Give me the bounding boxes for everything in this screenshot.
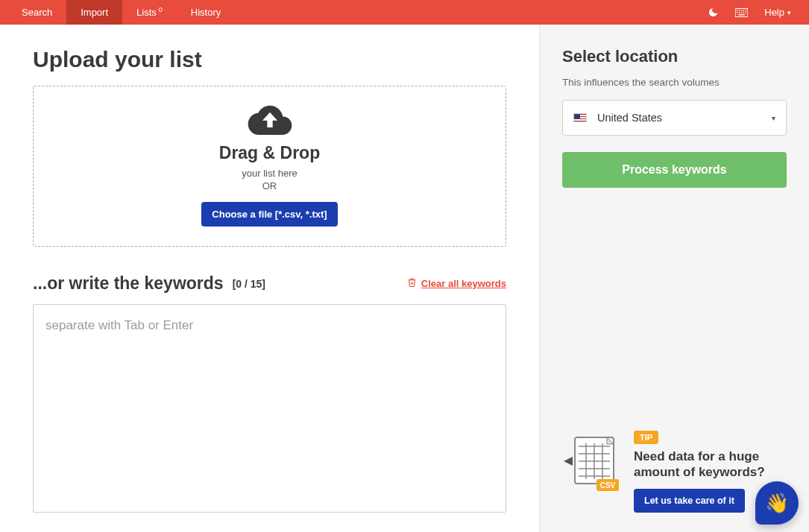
main-panel: Upload your list Drag & Drop your list h… xyxy=(0,25,539,532)
nav-search-label: Search xyxy=(22,7,52,18)
clear-all-link[interactable]: Clear all keywords xyxy=(407,277,506,291)
choose-file-label: Choose a file [*.csv, *.txt] xyxy=(212,209,327,220)
nav-search[interactable]: Search xyxy=(7,0,66,25)
process-keywords-label: Process keywords xyxy=(622,163,727,176)
nav-right: Help ▾ xyxy=(708,7,802,18)
upload-title: Upload your list xyxy=(33,47,506,72)
select-location-sub: This influences the search volumes xyxy=(562,77,787,88)
tip-block: CSV TIP Need data for a huge amount of k… xyxy=(562,430,787,518)
drag-drop-title: Drag & Drop xyxy=(41,143,498,163)
svg-rect-11 xyxy=(739,14,746,15)
caret-down-icon: ▾ xyxy=(772,114,775,122)
chat-bubble-button[interactable]: 👋 xyxy=(755,481,799,525)
top-nav: Search Import Lists0 History Help ▾ xyxy=(0,0,809,25)
svg-rect-4 xyxy=(743,10,744,10)
tip-cta-label: Let us take care of it xyxy=(644,495,734,506)
select-location-title: Select location xyxy=(562,47,787,66)
svg-rect-10 xyxy=(746,12,746,13)
svg-text:CSV: CSV xyxy=(600,481,616,490)
tip-title: Need data for a huge amount of keywords? xyxy=(634,449,787,481)
drag-drop-sub: your list here xyxy=(41,168,498,179)
nav-lists-label: Lists xyxy=(136,7,157,18)
svg-rect-2 xyxy=(739,10,740,10)
drag-drop-or: OR xyxy=(41,180,498,191)
svg-rect-7 xyxy=(739,12,740,13)
write-keywords-title: ...or write the keywords xyxy=(33,273,224,294)
nav-help[interactable]: Help ▾ xyxy=(764,7,791,18)
nav-import-label: Import xyxy=(81,7,108,18)
trash-icon xyxy=(407,277,417,291)
nav-lists-badge: 0 xyxy=(159,6,163,13)
moon-icon[interactable] xyxy=(708,7,719,18)
us-flag-icon xyxy=(573,113,587,122)
location-label: United States xyxy=(597,112,662,124)
svg-rect-6 xyxy=(737,12,737,13)
csv-sheet-icon: CSV xyxy=(562,430,623,513)
keywords-input[interactable]: separate with Tab or Enter xyxy=(33,304,506,513)
keywords-placeholder: separate with Tab or Enter xyxy=(45,318,193,332)
svg-marker-12 xyxy=(564,457,573,466)
keyword-count: [0 / 15] xyxy=(233,278,265,290)
wave-hand-icon: 👋 xyxy=(765,492,789,515)
write-header: ...or write the keywords [0 / 15] Clear … xyxy=(33,273,506,294)
svg-rect-1 xyxy=(737,10,737,10)
nav-history-label: History xyxy=(191,7,221,18)
nav-left: Search Import Lists0 History xyxy=(7,0,235,25)
cloud-upload-icon xyxy=(247,103,293,136)
nav-history[interactable]: History xyxy=(177,0,235,25)
svg-rect-8 xyxy=(741,12,742,13)
nav-lists[interactable]: Lists0 xyxy=(122,0,177,25)
tip-cta-button[interactable]: Let us take care of it xyxy=(634,489,745,513)
svg-rect-5 xyxy=(746,10,746,10)
location-select[interactable]: United States ▾ xyxy=(562,100,787,136)
clear-all-label: Clear all keywords xyxy=(421,278,506,289)
nav-import[interactable]: Import xyxy=(66,0,122,25)
svg-rect-3 xyxy=(741,10,742,10)
keyboard-icon[interactable] xyxy=(735,8,748,17)
tip-badge: TIP xyxy=(634,431,658,444)
sidebar: Select location This influences the sear… xyxy=(539,25,809,532)
process-keywords-button[interactable]: Process keywords xyxy=(562,152,787,188)
chevron-down-icon: ▾ xyxy=(787,9,791,16)
svg-rect-9 xyxy=(743,12,744,13)
dropzone[interactable]: Drag & Drop your list here OR Choose a f… xyxy=(33,86,506,247)
choose-file-button[interactable]: Choose a file [*.csv, *.txt] xyxy=(201,202,337,227)
nav-help-label: Help xyxy=(764,7,784,18)
